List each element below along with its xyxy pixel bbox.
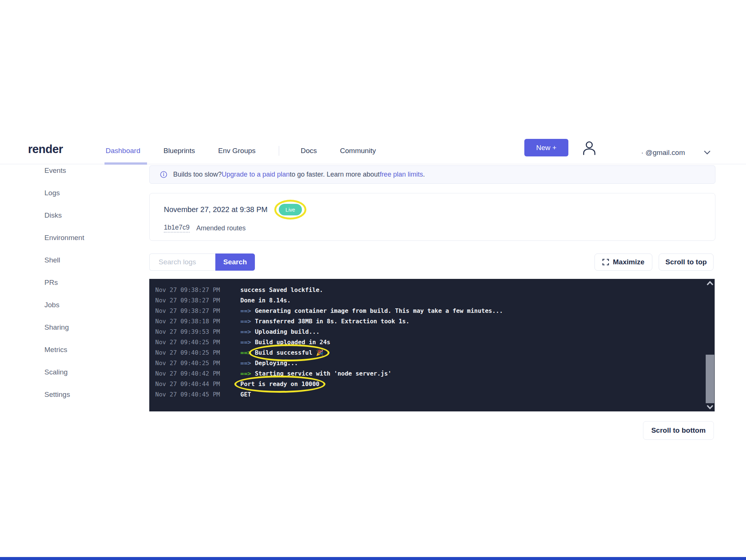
- log-timestamp: Nov 27 09:38:27 PM: [155, 295, 240, 306]
- log-arrow-icon: ==>: [240, 360, 251, 367]
- upgrade-banner: Builds too slow? Upgrade to a paid plan …: [149, 165, 715, 184]
- log-message: Starting service with 'node server.js': [255, 370, 391, 377]
- log-line: Nov 27 09:40:25 PM==>Build uploaded in 2…: [155, 337, 700, 348]
- maximize-button[interactable]: Maximize: [594, 253, 652, 271]
- log-arrow-icon: ==>: [240, 318, 251, 325]
- sidebar-item-events[interactable]: Events: [44, 167, 112, 189]
- log-timestamp: Nov 27 09:39:53 PM: [155, 327, 240, 337]
- log-arrow-icon: ==>: [240, 328, 251, 335]
- log-line: Nov 27 09:38:27 PM==>Generating containe…: [155, 306, 700, 316]
- log-line: Nov 27 09:40:25 PM==>Build successful 🎉: [155, 348, 700, 358]
- log-message: Done in 8.14s.: [240, 297, 291, 304]
- nav-link-env-groups[interactable]: Env Groups: [218, 147, 255, 155]
- scrollbar-down-icon[interactable]: [706, 405, 714, 410]
- bottom-bar: [0, 557, 746, 560]
- log-timestamp: Nov 27 09:40:42 PM: [155, 368, 240, 379]
- sidebar-item-settings[interactable]: Settings: [44, 391, 112, 413]
- nav-link-blueprints[interactable]: Blueprints: [163, 147, 195, 155]
- sidebar-item-shell[interactable]: Shell: [44, 256, 112, 279]
- nav-link-dashboard[interactable]: Dashboard: [106, 147, 140, 155]
- sidebar-item-jobs[interactable]: Jobs: [44, 301, 112, 323]
- live-status-badge: Live: [279, 204, 302, 215]
- log-line: Nov 27 09:40:45 PMGET: [155, 389, 700, 400]
- banner-text: Builds too slow?: [173, 171, 222, 178]
- log-timestamp: Nov 27 09:38:18 PM: [155, 316, 240, 327]
- nav-link-docs[interactable]: Docs: [301, 147, 317, 155]
- search-button[interactable]: Search: [215, 253, 255, 271]
- log-line: Nov 27 09:40:25 PM==>Deploying...: [155, 358, 700, 368]
- log-message: Build uploaded in 24s: [255, 339, 330, 346]
- log-arrow-icon: ==>: [240, 339, 251, 346]
- nav-divider: [279, 146, 279, 156]
- log-terminal[interactable]: Nov 27 09:38:27 PMsuccess Saved lockfile…: [149, 279, 715, 411]
- commit-hash[interactable]: 1b1e7c9: [164, 224, 190, 233]
- new-button[interactable]: New +: [524, 139, 568, 156]
- log-line: Nov 27 09:40:42 PM==>Starting service wi…: [155, 368, 700, 379]
- sidebar-item-prs[interactable]: PRs: [44, 279, 112, 301]
- scroll-to-top-button[interactable]: Scroll to top: [659, 253, 714, 271]
- sidebar-item-scaling[interactable]: Scaling: [44, 368, 112, 391]
- free-plan-limits-link[interactable]: free plan limits: [380, 171, 423, 178]
- nav-link-community[interactable]: Community: [340, 147, 376, 155]
- log-timestamp: Nov 27 09:40:25 PM: [155, 337, 240, 348]
- log-timestamp: Nov 27 09:38:27 PM: [155, 306, 240, 316]
- dashboard-active-indicator: [104, 162, 147, 165]
- log-timestamp: Nov 27 09:38:27 PM: [155, 285, 240, 295]
- log-arrow-icon: ==>: [240, 370, 251, 377]
- maximize-label: Maximize: [613, 258, 644, 266]
- banner-text: .: [423, 171, 425, 178]
- log-message-annotated: Port is ready on 10000: [240, 379, 319, 389]
- render-logo[interactable]: render: [28, 143, 63, 156]
- scrollbar-up-icon[interactable]: [706, 280, 714, 286]
- log-message: success Saved lockfile.: [240, 286, 323, 293]
- log-timestamp: Nov 27 09:40:45 PM: [155, 389, 240, 400]
- maximize-icon: [602, 259, 609, 265]
- log-arrow-icon: ==>: [240, 349, 251, 356]
- info-icon: [160, 171, 167, 178]
- search-logs-input[interactable]: [149, 253, 215, 271]
- banner-text: to go faster. Learn more about: [290, 171, 380, 178]
- sidebar-item-logs[interactable]: Logs: [44, 189, 112, 211]
- log-message: Deploying...: [255, 360, 298, 367]
- log-search-bar: Search: [149, 253, 255, 271]
- upgrade-plan-link[interactable]: Upgrade to a paid plan: [222, 171, 290, 178]
- deploy-card: November 27, 2022 at 9:38 PM Live 1b1e7c…: [149, 193, 715, 241]
- log-line: Nov 27 09:39:53 PM==>Uploading build...: [155, 327, 700, 337]
- log-line: Nov 27 09:38:18 PM==>Transferred 38MB in…: [155, 316, 700, 327]
- sidebar-item-metrics[interactable]: Metrics: [44, 346, 112, 368]
- log-message-annotated: Build successful 🎉: [255, 348, 324, 358]
- sidebar-item-environment[interactable]: Environment: [44, 234, 112, 256]
- log-line: Nov 27 09:40:44 PMPort is ready on 10000: [155, 379, 700, 389]
- log-timestamp: Nov 27 09:40:44 PM: [155, 379, 240, 389]
- log-message: Transferred 38MB in 8s. Extraction took …: [255, 318, 409, 325]
- log-timestamp: Nov 27 09:40:25 PM: [155, 358, 240, 368]
- log-message: Uploading build...: [255, 328, 319, 335]
- deploy-date: November 27, 2022 at 9:38 PM: [164, 205, 268, 214]
- user-avatar-icon[interactable]: [582, 141, 596, 156]
- log-line: Nov 27 09:38:27 PMsuccess Saved lockfile…: [155, 285, 700, 295]
- service-sidebar: Events Logs Disks Environment Shell PRs …: [44, 167, 112, 413]
- scroll-to-bottom-button[interactable]: Scroll to bottom: [643, 421, 714, 440]
- commit-message: Amended routes: [196, 224, 246, 232]
- chevron-down-icon[interactable]: [704, 150, 711, 155]
- terminal-scrollbar[interactable]: [705, 279, 715, 411]
- log-message: GET: [240, 391, 251, 398]
- account-email[interactable]: · @gmail.com: [641, 149, 685, 157]
- scrollbar-thumb[interactable]: [706, 355, 714, 403]
- top-navigation: render Dashboard Blueprints Env Groups D…: [0, 137, 746, 164]
- log-arrow-icon: ==>: [240, 307, 251, 314]
- log-message: Generating container image from build. T…: [255, 307, 503, 314]
- nav-links: Dashboard Blueprints Env Groups Docs Com…: [106, 137, 399, 164]
- sidebar-item-disks[interactable]: Disks: [44, 211, 112, 234]
- log-line: Nov 27 09:38:27 PMDone in 8.14s.: [155, 295, 700, 306]
- log-timestamp: Nov 27 09:40:25 PM: [155, 348, 240, 358]
- sidebar-item-sharing[interactable]: Sharing: [44, 323, 112, 346]
